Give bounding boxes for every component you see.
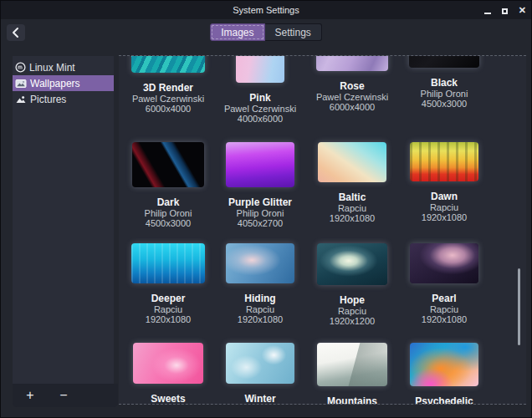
tab-settings[interactable]: Settings bbox=[265, 23, 322, 41]
wallpaper-thumb[interactable] bbox=[226, 142, 294, 187]
wallpaper-name: Winter bbox=[244, 394, 275, 405]
linux-mint-logo-icon bbox=[15, 62, 26, 73]
wallpaper-name: Mountains bbox=[327, 396, 377, 405]
wallpaper-item[interactable]: Deeper Rapciu 1920x1080 bbox=[122, 243, 214, 326]
wallpaper-name: Dark bbox=[157, 197, 180, 208]
wallpaper-resolution: 1920x1080 bbox=[422, 212, 467, 222]
wallpaper-item[interactable]: Mountains bbox=[306, 343, 398, 405]
wallpaper-name: Pearl bbox=[432, 293, 456, 304]
wallpaper-name: 3D Render bbox=[143, 83, 193, 94]
wallpaper-thumb[interactable] bbox=[131, 243, 205, 283]
wallpaper-row: Deeper Rapciu 1920x1080 Hiding Rapciu 19… bbox=[122, 243, 526, 326]
wallpaper-author: Rapciu bbox=[246, 304, 274, 314]
sidebar-item-linux-mint[interactable]: Linux Mint bbox=[13, 59, 114, 75]
wallpaper-item[interactable]: Psychedelic bbox=[398, 343, 490, 405]
wallpaper-thumb[interactable] bbox=[226, 343, 294, 384]
wallpaper-author: Rapciu bbox=[430, 304, 458, 314]
wallpaper-resolution: 4500x3000 bbox=[146, 218, 191, 228]
wallpaper-thumb[interactable] bbox=[317, 343, 387, 386]
wallpaper-resolution: 4050x2700 bbox=[238, 218, 283, 228]
wallpaper-name: Hope bbox=[340, 295, 365, 306]
sidebar-item-pictures[interactable]: Pictures bbox=[13, 91, 114, 107]
wallpaper-item[interactable]: Purple Glitter Philip Oroni 4050x2700 bbox=[214, 142, 306, 228]
tab-images[interactable]: Images bbox=[210, 23, 264, 41]
minimize-button[interactable] bbox=[484, 3, 491, 18]
wallpaper-author: Philip Oroni bbox=[145, 208, 192, 218]
wallpaper-thumb[interactable] bbox=[236, 55, 284, 83]
wallpaper-item[interactable]: Dark Philip Oroni 4500x3000 bbox=[122, 142, 214, 228]
wallpaper-resolution: 4000x6000 bbox=[238, 114, 283, 124]
wallpaper-grid: 3D Render Pawel Czerwinski 6000x4000 Pin… bbox=[119, 55, 526, 405]
wallpaper-author: Rapciu bbox=[338, 203, 366, 213]
wallpaper-item[interactable]: Dawn Rapciu 1920x1080 bbox=[398, 142, 490, 228]
wallpaper-scroll-viewport[interactable]: 3D Render Pawel Czerwinski 6000x4000 Pin… bbox=[119, 55, 526, 405]
wallpaper-thumb[interactable] bbox=[318, 142, 386, 182]
wallpaper-name: Purple Glitter bbox=[228, 197, 292, 208]
wallpaper-name: Black bbox=[431, 78, 458, 89]
wallpaper-thumb[interactable] bbox=[316, 55, 388, 71]
remove-wallpaper-folder-button[interactable]: − bbox=[56, 389, 71, 402]
wallpaper-item[interactable]: Sweets bbox=[122, 343, 214, 405]
wallpaper-item[interactable]: Rose Pawel Czerwinski 6000x4000 bbox=[306, 55, 398, 124]
wallpaper-thumb[interactable] bbox=[409, 55, 479, 68]
wallpaper-thumb[interactable] bbox=[410, 343, 478, 386]
wallpaper-author: Rapciu bbox=[154, 304, 182, 314]
wallpaper-author: Rapciu bbox=[338, 306, 366, 316]
wallpaper-resolution: 6000x4000 bbox=[330, 102, 375, 112]
wallpaper-resolution: 1920x1080 bbox=[330, 213, 375, 223]
wallpaper-item[interactable]: Hope Rapciu 1920x1200 bbox=[306, 243, 398, 326]
wallpaper-thumb[interactable] bbox=[133, 343, 203, 384]
wallpaper-thumb[interactable] bbox=[131, 55, 205, 73]
sidebar-item-label: Wallpapers bbox=[30, 78, 80, 89]
system-settings-window: System Settings ✕ Images Settings Linux … bbox=[0, 0, 532, 418]
sidebar-item-label: Linux Mint bbox=[29, 62, 75, 74]
wallpaper-resolution: 1920x1080 bbox=[422, 314, 467, 324]
wallpaper-name: Dawn bbox=[431, 191, 458, 202]
window-title: System Settings bbox=[1, 5, 531, 15]
wallpaper-name: Psychedelic bbox=[415, 396, 473, 405]
wallpaper-name: Hiding bbox=[244, 293, 275, 304]
tab-switcher: Images Settings bbox=[1, 23, 531, 41]
wallpaper-resolution: 4500x3000 bbox=[422, 99, 467, 109]
wallpaper-author: Philip Oroni bbox=[237, 208, 284, 218]
sidebar-list: Linux Mint Wallpapers Pictures bbox=[13, 56, 114, 384]
sidebar-item-wallpapers[interactable]: Wallpapers bbox=[13, 75, 114, 91]
wallpaper-item[interactable]: Pink Pawel Czerwinski 4000x6000 bbox=[214, 55, 306, 124]
maximize-button[interactable] bbox=[502, 3, 508, 18]
wallpaper-resolution: 1920x1200 bbox=[330, 316, 375, 326]
add-wallpaper-folder-button[interactable]: + bbox=[23, 389, 38, 402]
wallpaper-thumb[interactable] bbox=[410, 142, 478, 181]
vertical-scrollbar[interactable] bbox=[518, 268, 520, 345]
sidebar-toolbar: + − bbox=[13, 384, 118, 407]
wallpaper-name: Deeper bbox=[151, 293, 186, 304]
wallpaper-author: Pawel Czerwinski bbox=[132, 94, 204, 104]
titlebar[interactable]: System Settings ✕ bbox=[1, 1, 531, 19]
wallpaper-author: Rapciu bbox=[430, 202, 458, 212]
wallpaper-icon bbox=[15, 79, 27, 89]
wallpaper-name: Rose bbox=[340, 81, 364, 92]
wallpaper-author: Pawel Czerwinski bbox=[224, 104, 296, 114]
wallpaper-resolution: 1920x1080 bbox=[238, 314, 283, 324]
wallpaper-item[interactable]: Baltic Rapciu 1920x1080 bbox=[306, 142, 398, 228]
minimize-icon bbox=[484, 13, 491, 14]
wallpaper-name: Baltic bbox=[339, 192, 366, 203]
wallpaper-name: Pink bbox=[249, 93, 270, 104]
wallpaper-thumb[interactable] bbox=[226, 243, 294, 283]
wallpaper-thumb[interactable] bbox=[317, 243, 387, 285]
close-button[interactable]: ✕ bbox=[519, 6, 526, 14]
wallpaper-item[interactable]: 3D Render Pawel Czerwinski 6000x4000 bbox=[122, 55, 214, 124]
wallpaper-thumb[interactable] bbox=[132, 142, 204, 187]
wallpaper-thumb[interactable] bbox=[410, 243, 478, 283]
wallpaper-author: Philip Oroni bbox=[421, 89, 468, 99]
wallpaper-resolution: 1920x1080 bbox=[146, 314, 191, 324]
wallpaper-row: 3D Render Pawel Czerwinski 6000x4000 Pin… bbox=[122, 55, 526, 124]
wallpaper-resolution: 6000x4000 bbox=[146, 104, 191, 114]
maximize-icon bbox=[502, 8, 508, 14]
sidebar-item-label: Pictures bbox=[30, 94, 66, 105]
wallpaper-row: Dark Philip Oroni 4500x3000 Purple Glitt… bbox=[122, 142, 526, 228]
wallpaper-item[interactable]: Black Philip Oroni 4500x3000 bbox=[398, 55, 490, 124]
wallpaper-author: Pawel Czerwinski bbox=[316, 92, 388, 102]
wallpaper-item[interactable]: Hiding Rapciu 1920x1080 bbox=[214, 243, 306, 326]
wallpaper-item[interactable]: Winter bbox=[214, 343, 306, 405]
wallpaper-item[interactable]: Pearl Rapciu 1920x1080 bbox=[398, 243, 490, 326]
